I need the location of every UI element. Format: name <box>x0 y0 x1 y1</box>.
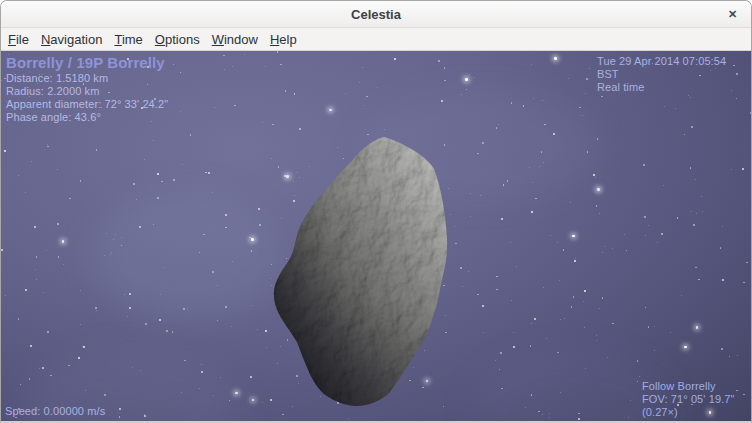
frame-info: Follow Borrelly FOV: 71° 05' 19.7" (0.27… <box>642 380 751 419</box>
space-viewport[interactable]: Borrelly / 19P Borrelly Distance: 1.5180… <box>1 51 751 422</box>
selection-radius: Radius: 2.2000 km <box>6 85 168 98</box>
close-icon: ✕ <box>728 8 737 21</box>
nebula-haze <box>91 191 281 321</box>
celestia-window: Celestia ✕ File Navigation Time Options … <box>0 0 752 423</box>
menu-file[interactable]: File <box>2 30 35 49</box>
speed-readout: Speed: 0.00000 m/s <box>5 405 105 418</box>
asteroid-borrelly[interactable] <box>262 134 464 414</box>
menu-time[interactable]: Time <box>108 30 148 49</box>
menu-navigation[interactable]: Navigation <box>35 30 108 49</box>
menu-window[interactable]: Window <box>206 30 264 49</box>
selection-title: Borrelly / 19P Borrelly <box>6 54 168 71</box>
menubar: File Navigation Time Options Window Help <box>1 28 751 51</box>
window-title: Celestia <box>351 7 401 22</box>
selection-distance: Distance: 1.5180 km <box>6 72 168 85</box>
selection-phase-angle: Phase angle: 43.6° <box>6 111 168 124</box>
selection-info: Borrelly / 19P Borrelly Distance: 1.5180… <box>6 54 168 124</box>
time-mode: Real time <box>597 81 751 94</box>
close-button[interactable]: ✕ <box>724 6 741 23</box>
fov-readout: FOV: 71° 05' 19.7" (0.27×) <box>642 393 751 419</box>
menu-options[interactable]: Options <box>149 30 206 49</box>
current-date: Tue 29 Apr 2014 07:05:54 BST <box>597 55 751 81</box>
follow-mode: Follow Borrelly <box>642 380 751 393</box>
selection-apparent-diameter: Apparent diameter: 72° 33' 24.2" <box>6 98 168 111</box>
time-info: Tue 29 Apr 2014 07:05:54 BST Real time <box>597 55 751 94</box>
window-titlebar[interactable]: Celestia ✕ <box>1 1 751 28</box>
menu-help[interactable]: Help <box>264 30 303 49</box>
